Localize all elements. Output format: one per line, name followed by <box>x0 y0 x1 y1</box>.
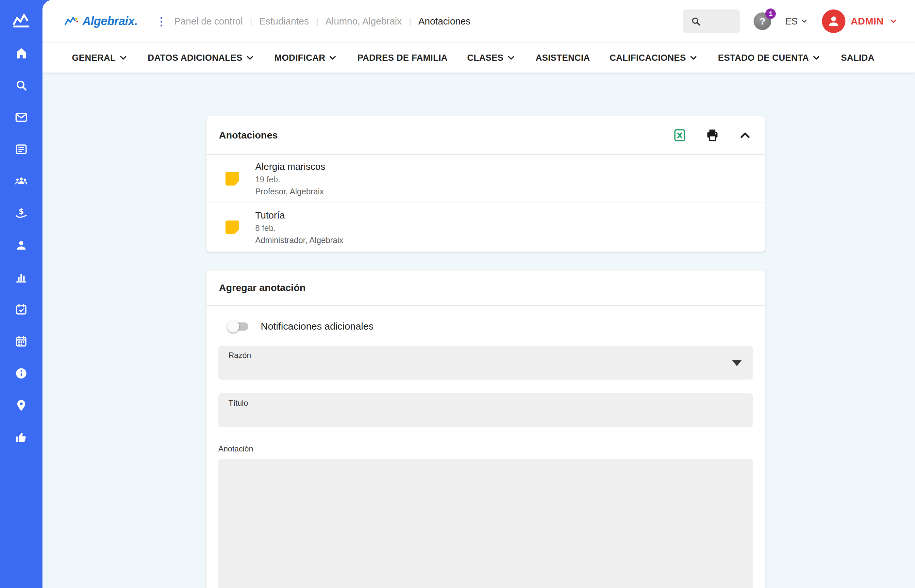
location-icon <box>15 399 28 412</box>
excel-icon <box>673 128 687 142</box>
user-menu[interactable]: ADMIN <box>822 10 898 33</box>
annotation-list-item[interactable]: Alergia mariscos 19 feb. Profesor, Algeb… <box>207 155 765 203</box>
header-actions: ? 1 ES ADMIN <box>683 10 898 33</box>
add-annotation-card: Agregar anotación Notificaciones adicion… <box>206 270 765 588</box>
sidebar-item-location[interactable] <box>5 389 37 422</box>
nav-item-label: CLASES <box>467 53 504 63</box>
card-title: Anotaciones <box>219 130 278 141</box>
help-button[interactable]: ? 1 <box>753 13 771 30</box>
breadcrumb-menu-icon[interactable]: ⋮ <box>156 16 167 27</box>
svg-text:$: $ <box>19 207 24 216</box>
notifications-toggle-label: Notificaciones adicionales <box>261 321 373 332</box>
sidebar-item-event[interactable] <box>5 293 37 325</box>
brand-name: Algebraix. <box>82 15 137 28</box>
annotation-date: 19 feb. <box>255 175 325 184</box>
sidebar-item-payments[interactable]: $ <box>5 197 37 229</box>
title-label: Título <box>228 399 248 407</box>
export-excel-button[interactable] <box>673 128 687 142</box>
sidebar-item-search[interactable] <box>5 69 37 101</box>
nav-item-label: MODIFICAR <box>275 53 325 63</box>
chevron-down-icon <box>118 53 128 63</box>
chevron-down-icon <box>506 53 516 63</box>
payments-icon: $ <box>15 207 28 220</box>
nav-item-modificar[interactable]: MODIFICAR <box>275 53 338 63</box>
header: Algebraix. ⋮ Panel de control | Estudian… <box>42 0 915 43</box>
reason-label: Razón <box>228 351 251 360</box>
nav-item-padres-de-familia[interactable]: PADRES DE FAMILIA <box>357 53 447 63</box>
nav-item-estado-de-cuenta[interactable]: ESTADO DE CUENTA <box>718 53 821 63</box>
thumbs-up-icon <box>15 431 28 444</box>
search-box[interactable] <box>683 10 740 33</box>
sidebar-item-bar-chart[interactable] <box>5 261 37 293</box>
annotation-author: Administrador, Algebraix <box>255 236 343 245</box>
sidebar-item-info[interactable] <box>5 357 37 389</box>
nav-item-label: SALIDA <box>841 53 874 63</box>
sidebar-item-mail[interactable] <box>5 101 37 133</box>
sidebar-item-thumbs-up[interactable] <box>5 422 37 454</box>
nav-item-label: GENERAL <box>72 53 116 63</box>
user-icon <box>825 13 842 30</box>
annotations-card-header: Anotaciones <box>207 116 765 155</box>
breadcrumb-separator: | <box>409 16 411 26</box>
search-input[interactable] <box>701 16 734 26</box>
chevron-down-icon <box>689 53 698 63</box>
home-icon <box>15 46 28 60</box>
brand-logo-icon <box>64 14 79 29</box>
notification-badge: 1 <box>765 8 776 19</box>
reason-select[interactable]: Razón <box>218 346 753 380</box>
nav-item-general[interactable]: GENERAL <box>72 53 128 63</box>
annotation-list-item[interactable]: Tutoría 8 feb. Administrador, Algebraix <box>207 203 765 252</box>
sidebar-item-calendar[interactable] <box>5 325 37 357</box>
breadcrumb-separator: | <box>250 16 252 26</box>
calendar-icon <box>15 334 28 348</box>
sidebar-logo[interactable] <box>12 11 31 30</box>
nav-item-asistencia[interactable]: ASISTENCIA <box>536 53 590 63</box>
chevron-down-icon <box>245 53 255 63</box>
sticky-note-icon <box>225 172 239 186</box>
chevron-down-icon <box>328 53 338 63</box>
people-icon <box>15 174 28 188</box>
add-annotation-form: Notificaciones adicionales Razón Título … <box>207 306 765 588</box>
sidebar-item-list[interactable] <box>5 133 37 165</box>
annotation-author: Profesor, Algebraix <box>255 187 325 196</box>
logo-icon <box>12 11 31 30</box>
nav-item-calificaciones[interactable]: CALIFICACIONES <box>609 53 698 63</box>
language-code: ES <box>785 16 798 27</box>
annotation-title: Tutoría <box>255 210 343 221</box>
sidebar-item-person[interactable] <box>5 229 37 261</box>
nav-item-label: CALIFICACIONES <box>609 53 686 63</box>
breadcrumb: ⋮ Panel de control | Estudiantes | Alumn… <box>156 16 470 27</box>
search-icon <box>15 78 28 92</box>
list-icon <box>15 142 28 156</box>
nav-item-clases[interactable]: CLASES <box>467 53 516 63</box>
nav-item-label: PADRES DE FAMILIA <box>357 53 447 63</box>
person-icon <box>15 239 28 252</box>
sidebar-item-people[interactable] <box>5 165 37 197</box>
sidebar: $ <box>0 0 42 588</box>
chevron-up-icon <box>738 128 752 142</box>
mail-icon <box>15 110 28 124</box>
notifications-toggle[interactable] <box>228 322 248 331</box>
chevron-down-icon <box>800 17 808 25</box>
annotation-textarea[interactable] <box>218 459 753 588</box>
sidebar-item-home[interactable] <box>5 37 37 69</box>
collapse-button[interactable] <box>738 128 752 142</box>
annotation-date: 8 feb. <box>255 223 343 233</box>
annotation-texts: Tutoría 8 feb. Administrador, Algebraix <box>255 210 343 245</box>
nav-item-datos-adicionales[interactable]: DATOS ADICIONALES <box>148 53 255 63</box>
main-content: Anotaciones <box>42 73 915 588</box>
breadcrumb-item-alumno[interactable]: Alumno, Algebraix <box>325 16 402 27</box>
title-input[interactable]: Título <box>218 393 753 427</box>
breadcrumb-item-anotaciones: Anotaciones <box>418 16 470 27</box>
language-selector[interactable]: ES <box>785 16 808 27</box>
print-button[interactable] <box>705 128 719 142</box>
card-actions <box>673 128 752 142</box>
breadcrumb-item-estudiantes[interactable]: Estudiantes <box>259 16 309 27</box>
sticky-note-icon <box>225 221 239 234</box>
admin-label: ADMIN <box>850 16 884 27</box>
breadcrumb-item-panel[interactable]: Panel de control <box>174 16 243 27</box>
print-icon <box>705 128 719 142</box>
brand-logo[interactable]: Algebraix. <box>64 14 137 29</box>
chevron-down-icon <box>812 53 821 63</box>
nav-item-salida[interactable]: SALIDA <box>841 53 874 63</box>
